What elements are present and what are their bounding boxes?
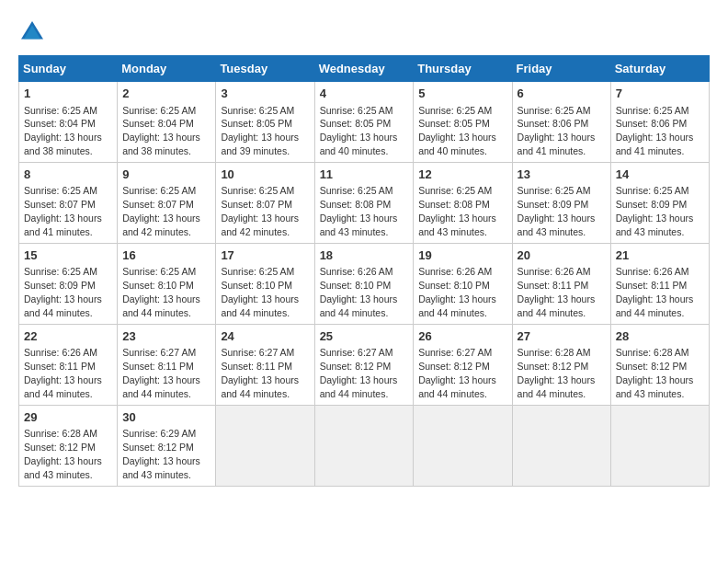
day-info: Sunrise: 6:27 AMSunset: 8:12 PMDaylight:… — [320, 347, 398, 399]
calendar-cell: 5 Sunrise: 6:25 AMSunset: 8:05 PMDayligh… — [414, 82, 512, 163]
day-number: 30 — [122, 409, 210, 426]
calendar-cell: 17 Sunrise: 6:25 AMSunset: 8:10 PMDaylig… — [216, 243, 314, 324]
weekday-header-friday: Friday — [512, 56, 610, 82]
day-info: Sunrise: 6:28 AMSunset: 8:12 PMDaylight:… — [616, 347, 694, 399]
day-info: Sunrise: 6:26 AMSunset: 8:11 PMDaylight:… — [616, 266, 694, 318]
calendar-cell — [610, 405, 709, 486]
day-info: Sunrise: 6:25 AMSunset: 8:05 PMDaylight:… — [320, 105, 398, 157]
day-number: 19 — [418, 247, 506, 264]
day-number: 28 — [616, 328, 704, 345]
day-info: Sunrise: 6:25 AMSunset: 8:08 PMDaylight:… — [418, 185, 496, 237]
day-number: 26 — [418, 328, 506, 345]
calendar-cell: 14 Sunrise: 6:25 AMSunset: 8:09 PMDaylig… — [610, 162, 709, 243]
day-number: 20 — [518, 247, 606, 264]
day-number: 29 — [24, 409, 112, 426]
calendar-cell: 15 Sunrise: 6:25 AMSunset: 8:09 PMDaylig… — [19, 243, 118, 324]
day-number: 6 — [518, 86, 606, 102]
calendar-cell: 25 Sunrise: 6:27 AMSunset: 8:12 PMDaylig… — [314, 324, 414, 405]
calendar-cell: 24 Sunrise: 6:27 AMSunset: 8:11 PMDaylig… — [216, 324, 314, 405]
day-info: Sunrise: 6:27 AMSunset: 8:12 PMDaylight:… — [418, 347, 496, 399]
day-number: 24 — [221, 328, 309, 345]
day-number: 4 — [320, 86, 409, 102]
calendar-cell: 7 Sunrise: 6:25 AMSunset: 8:06 PMDayligh… — [610, 82, 709, 163]
page-header — [18, 18, 710, 46]
day-number: 8 — [24, 167, 112, 183]
weekday-header-wednesday: Wednesday — [314, 56, 414, 82]
calendar-cell: 16 Sunrise: 6:25 AMSunset: 8:10 PMDaylig… — [118, 243, 216, 324]
day-number: 21 — [616, 247, 704, 264]
calendar-cell: 12 Sunrise: 6:25 AMSunset: 8:08 PMDaylig… — [414, 162, 512, 243]
calendar-week-5: 29 Sunrise: 6:28 AMSunset: 8:12 PMDaylig… — [19, 405, 710, 486]
calendar-cell: 13 Sunrise: 6:25 AMSunset: 8:09 PMDaylig… — [512, 162, 610, 243]
day-info: Sunrise: 6:25 AMSunset: 8:06 PMDaylight:… — [616, 105, 694, 157]
calendar-cell: 28 Sunrise: 6:28 AMSunset: 8:12 PMDaylig… — [610, 324, 709, 405]
calendar-cell: 23 Sunrise: 6:27 AMSunset: 8:11 PMDaylig… — [118, 324, 216, 405]
calendar-cell: 30 Sunrise: 6:29 AMSunset: 8:12 PMDaylig… — [118, 405, 216, 486]
day-info: Sunrise: 6:25 AMSunset: 8:07 PMDaylight:… — [122, 185, 200, 237]
calendar-cell: 10 Sunrise: 6:25 AMSunset: 8:07 PMDaylig… — [216, 162, 314, 243]
calendar-cell — [414, 405, 512, 486]
calendar-cell: 8 Sunrise: 6:25 AMSunset: 8:07 PMDayligh… — [19, 162, 118, 243]
calendar-cell: 22 Sunrise: 6:26 AMSunset: 8:11 PMDaylig… — [19, 324, 118, 405]
calendar-week-2: 8 Sunrise: 6:25 AMSunset: 8:07 PMDayligh… — [19, 162, 710, 243]
day-number: 23 — [122, 328, 210, 345]
day-number: 1 — [24, 86, 112, 102]
calendar-cell: 4 Sunrise: 6:25 AMSunset: 8:05 PMDayligh… — [314, 82, 414, 163]
day-info: Sunrise: 6:25 AMSunset: 8:09 PMDaylight:… — [518, 185, 596, 237]
day-number: 7 — [616, 86, 704, 102]
calendar-cell: 9 Sunrise: 6:25 AMSunset: 8:07 PMDayligh… — [118, 162, 216, 243]
day-number: 22 — [24, 328, 112, 345]
day-number: 14 — [616, 167, 704, 183]
day-number: 15 — [24, 247, 112, 264]
calendar-cell: 27 Sunrise: 6:28 AMSunset: 8:12 PMDaylig… — [512, 324, 610, 405]
calendar-cell: 18 Sunrise: 6:26 AMSunset: 8:10 PMDaylig… — [314, 243, 414, 324]
day-info: Sunrise: 6:26 AMSunset: 8:10 PMDaylight:… — [418, 266, 496, 318]
day-info: Sunrise: 6:25 AMSunset: 8:10 PMDaylight:… — [221, 266, 299, 318]
calendar-cell — [314, 405, 414, 486]
logo-icon — [18, 18, 46, 46]
day-number: 2 — [122, 86, 210, 102]
weekday-header-monday: Monday — [118, 56, 216, 82]
logo — [18, 18, 50, 46]
weekday-header-row: SundayMondayTuesdayWednesdayThursdayFrid… — [19, 56, 710, 82]
calendar-week-4: 22 Sunrise: 6:26 AMSunset: 8:11 PMDaylig… — [19, 324, 710, 405]
day-info: Sunrise: 6:29 AMSunset: 8:12 PMDaylight:… — [122, 428, 200, 480]
calendar-cell: 21 Sunrise: 6:26 AMSunset: 8:11 PMDaylig… — [610, 243, 709, 324]
day-info: Sunrise: 6:27 AMSunset: 8:11 PMDaylight:… — [122, 347, 200, 399]
day-info: Sunrise: 6:28 AMSunset: 8:12 PMDaylight:… — [518, 347, 596, 399]
calendar-cell: 2 Sunrise: 6:25 AMSunset: 8:04 PMDayligh… — [118, 82, 216, 163]
calendar-table: SundayMondayTuesdayWednesdayThursdayFrid… — [18, 55, 710, 487]
day-number: 16 — [122, 247, 210, 264]
day-info: Sunrise: 6:25 AMSunset: 8:04 PMDaylight:… — [122, 105, 200, 157]
day-number: 12 — [418, 167, 506, 183]
day-number: 17 — [221, 247, 309, 264]
day-number: 10 — [221, 167, 309, 183]
day-info: Sunrise: 6:28 AMSunset: 8:12 PMDaylight:… — [24, 428, 102, 480]
day-number: 5 — [418, 86, 506, 102]
calendar-cell: 29 Sunrise: 6:28 AMSunset: 8:12 PMDaylig… — [19, 405, 118, 486]
weekday-header-tuesday: Tuesday — [216, 56, 314, 82]
day-info: Sunrise: 6:26 AMSunset: 8:10 PMDaylight:… — [320, 266, 398, 318]
day-info: Sunrise: 6:25 AMSunset: 8:09 PMDaylight:… — [24, 266, 102, 318]
weekday-header-thursday: Thursday — [414, 56, 512, 82]
calendar-week-3: 15 Sunrise: 6:25 AMSunset: 8:09 PMDaylig… — [19, 243, 710, 324]
calendar-cell: 3 Sunrise: 6:25 AMSunset: 8:05 PMDayligh… — [216, 82, 314, 163]
day-number: 3 — [221, 86, 309, 102]
calendar-cell: 11 Sunrise: 6:25 AMSunset: 8:08 PMDaylig… — [314, 162, 414, 243]
day-info: Sunrise: 6:25 AMSunset: 8:07 PMDaylight:… — [221, 185, 299, 237]
day-info: Sunrise: 6:25 AMSunset: 8:10 PMDaylight:… — [122, 266, 200, 318]
day-info: Sunrise: 6:25 AMSunset: 8:05 PMDaylight:… — [418, 105, 496, 157]
day-number: 25 — [320, 328, 409, 345]
day-number: 27 — [518, 328, 606, 345]
calendar-cell — [512, 405, 610, 486]
day-info: Sunrise: 6:25 AMSunset: 8:06 PMDaylight:… — [518, 105, 596, 157]
day-number: 18 — [320, 247, 409, 264]
day-number: 13 — [518, 167, 606, 183]
calendar-cell: 19 Sunrise: 6:26 AMSunset: 8:10 PMDaylig… — [414, 243, 512, 324]
day-number: 9 — [122, 167, 210, 183]
day-info: Sunrise: 6:26 AMSunset: 8:11 PMDaylight:… — [518, 266, 596, 318]
day-info: Sunrise: 6:27 AMSunset: 8:11 PMDaylight:… — [221, 347, 299, 399]
weekday-header-sunday: Sunday — [19, 56, 118, 82]
day-number: 11 — [320, 167, 409, 183]
calendar-cell: 6 Sunrise: 6:25 AMSunset: 8:06 PMDayligh… — [512, 82, 610, 163]
